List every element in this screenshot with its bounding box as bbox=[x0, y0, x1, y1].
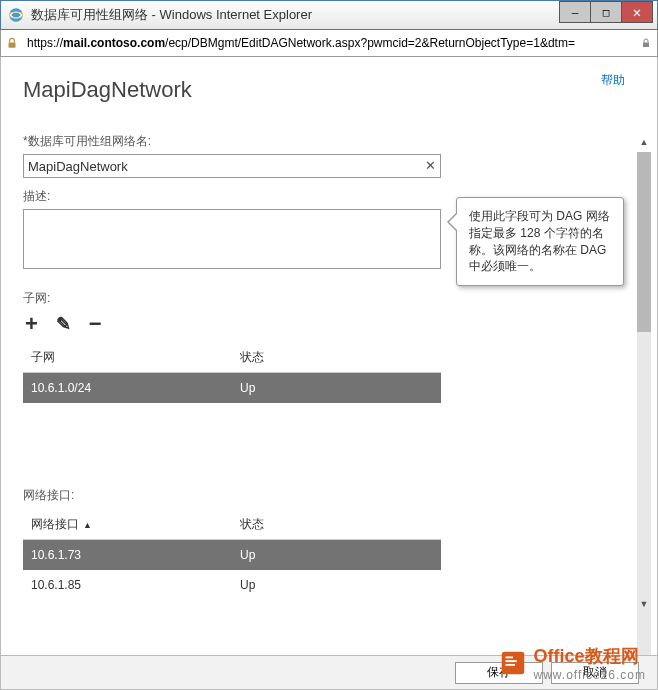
iface-section-label: 网络接口: bbox=[23, 487, 439, 504]
subnet-header[interactable]: 子网 bbox=[23, 343, 232, 373]
subnet-table: 子网 状态 10.6.1.0/24 Up bbox=[23, 343, 441, 463]
form-body: MapiDagNetwork *数据库可用性组网络名: ✕ 描述: 子网: + … bbox=[1, 57, 461, 664]
subnet-section-label: 子网: bbox=[23, 290, 439, 307]
ie-icon bbox=[7, 6, 25, 24]
desc-textarea[interactable] bbox=[23, 209, 441, 269]
edit-icon[interactable]: ✎ bbox=[56, 315, 71, 333]
svg-rect-3 bbox=[643, 43, 649, 48]
content-area: 帮助 ▲ ▼ MapiDagNetwork *数据库可用性组网络名: ✕ 描述:… bbox=[0, 57, 658, 655]
help-callout: 使用此字段可为 DAG 网络指定最多 128 个字符的名称。该网络的名称在 DA… bbox=[456, 197, 624, 286]
window-titlebar: 数据库可用性组网络 - Windows Internet Explorer — … bbox=[0, 0, 658, 30]
add-icon[interactable]: + bbox=[25, 313, 38, 335]
clear-icon[interactable]: ✕ bbox=[425, 158, 436, 173]
svg-rect-2 bbox=[9, 42, 16, 47]
iface-status-header[interactable]: 状态 bbox=[232, 510, 441, 540]
iface-header[interactable]: 网络接口▲ bbox=[23, 510, 232, 540]
lock-end-icon bbox=[635, 37, 657, 49]
scroll-thumb[interactable] bbox=[637, 152, 651, 332]
close-button[interactable]: ✕ bbox=[621, 1, 653, 23]
maximize-button[interactable]: □ bbox=[590, 1, 622, 23]
table-row[interactable]: 10.6.1.85 Up bbox=[23, 570, 441, 600]
table-row[interactable]: 10.6.1.73 Up bbox=[23, 540, 441, 571]
address-bar[interactable]: https://mail.contoso.com/ecp/DBMgmt/Edit… bbox=[0, 30, 658, 57]
remove-icon[interactable]: − bbox=[89, 313, 102, 335]
status-header[interactable]: 状态 bbox=[232, 343, 441, 373]
url-text: https://mail.contoso.com/ecp/DBMgmt/Edit… bbox=[23, 34, 635, 52]
help-link[interactable]: 帮助 bbox=[601, 72, 625, 89]
desc-label: 描述: bbox=[23, 188, 439, 205]
footer: 保存 取消 bbox=[0, 655, 658, 690]
page-title: MapiDagNetwork bbox=[23, 77, 439, 103]
sort-asc-icon: ▲ bbox=[83, 520, 92, 530]
table-row-empty bbox=[23, 600, 441, 630]
svg-point-0 bbox=[9, 8, 23, 22]
table-row[interactable]: 10.6.1.0/24 Up bbox=[23, 373, 441, 404]
cancel-button[interactable]: 取消 bbox=[551, 662, 639, 684]
table-row-empty bbox=[23, 433, 441, 463]
iface-table: 网络接口▲ 状态 10.6.1.73 Up 10.6.1.85 Up bbox=[23, 510, 441, 630]
name-label: *数据库可用性组网络名: bbox=[23, 133, 439, 150]
scroll-down-arrow[interactable]: ▼ bbox=[637, 599, 651, 613]
minimize-button[interactable]: — bbox=[559, 1, 591, 23]
table-row-empty bbox=[23, 403, 441, 433]
save-button[interactable]: 保存 bbox=[455, 662, 543, 684]
scroll-up-arrow[interactable]: ▲ bbox=[637, 137, 651, 151]
window-buttons: — □ ✕ bbox=[560, 1, 653, 23]
lock-icon bbox=[1, 36, 23, 50]
name-input[interactable] bbox=[23, 154, 441, 178]
subnet-toolbar: + ✎ − bbox=[23, 313, 439, 335]
